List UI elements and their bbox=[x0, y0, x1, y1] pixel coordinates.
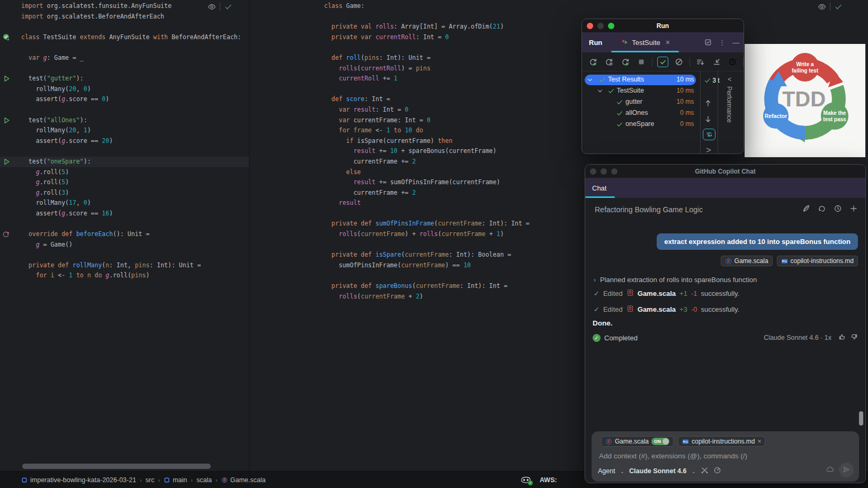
code-line[interactable]: private var currentRoll: Int = 0 bbox=[249, 32, 868, 43]
clock-icon[interactable] bbox=[727, 57, 738, 67]
test-tree-row[interactable]: gutter10 ms bbox=[582, 97, 700, 108]
aws-status-label[interactable]: AWS: bbox=[540, 476, 557, 484]
chat-input-placeholder[interactable]: Add context (#), extensions (@), command… bbox=[599, 452, 747, 460]
test-tree-row[interactable]: oneSpare0 ms bbox=[582, 119, 700, 130]
history-icon[interactable] bbox=[834, 204, 842, 214]
close-icon[interactable]: × bbox=[666, 38, 670, 47]
code-line[interactable]: private def rollMany(n: Int, pins: Int):… bbox=[0, 260, 249, 271]
code-line[interactable]: rollMany(20, 0) bbox=[0, 84, 249, 95]
run-gutter-icon[interactable] bbox=[3, 33, 11, 41]
ignore-icon[interactable] bbox=[673, 57, 684, 67]
code-line[interactable] bbox=[0, 250, 249, 260]
run-gutter-icon[interactable] bbox=[3, 116, 11, 124]
code-line[interactable] bbox=[0, 219, 249, 229]
code-line[interactable] bbox=[0, 22, 249, 32]
context-toggle-on[interactable]: ON bbox=[651, 438, 669, 445]
tools-icon[interactable] bbox=[701, 466, 709, 476]
context-chip-instructions[interactable]: copilot-instructions.md× bbox=[678, 436, 765, 447]
reference-chip[interactable]: copilot-instructions.md bbox=[777, 256, 858, 266]
breadcrumb-item[interactable]: scala bbox=[196, 476, 212, 484]
code-line[interactable]: for i <- 1 to n do g.roll(pins) bbox=[0, 270, 249, 281]
rerun-icon[interactable] bbox=[587, 57, 598, 67]
thumbs-up-icon[interactable] bbox=[838, 333, 846, 342]
run-gutter-icon[interactable] bbox=[3, 158, 11, 166]
chevron-right-icon[interactable]: > bbox=[706, 146, 717, 154]
chat-scrollbar[interactable] bbox=[859, 411, 863, 426]
code-line[interactable]: test("allOnes"): bbox=[0, 115, 249, 126]
analysis-check-icon[interactable] bbox=[834, 3, 843, 11]
kebab-menu-icon[interactable]: ⋮ bbox=[719, 39, 726, 47]
test-tree-row[interactable]: allOnes0 ms bbox=[582, 108, 700, 119]
chevron-down-icon[interactable] bbox=[586, 76, 594, 84]
code-line[interactable]: assert(g.score == 0) bbox=[0, 94, 249, 105]
send-button[interactable] bbox=[839, 463, 854, 477]
code-line[interactable] bbox=[0, 105, 249, 115]
dock-icon[interactable] bbox=[704, 39, 712, 46]
rerun-failed-icon[interactable] bbox=[620, 57, 631, 67]
import-icon[interactable] bbox=[711, 57, 722, 67]
code-line[interactable]: import org.scalatest.BeforeAndAfterEach bbox=[0, 12, 249, 22]
code-line[interactable]: private val rolls: Array[Int] = Array.of… bbox=[249, 22, 868, 32]
chat-window-titlebar[interactable]: GitHub Copilot Chat bbox=[585, 165, 865, 178]
copilot-status-icon[interactable]: ✓ bbox=[521, 476, 531, 484]
code-line[interactable]: var g: Game = _ bbox=[0, 53, 249, 64]
edited-file-name[interactable]: Game.scala bbox=[638, 290, 676, 297]
code-line[interactable]: g = Game() bbox=[0, 240, 249, 250]
code-line[interactable] bbox=[249, 12, 868, 22]
plan-collapsible-row[interactable]: › Planned extraction of rolls into spare… bbox=[594, 276, 757, 284]
editor-split-divider[interactable] bbox=[249, 0, 249, 471]
run-gutter-icon[interactable] bbox=[3, 75, 11, 83]
mode-dropdown[interactable]: Agent bbox=[598, 467, 615, 475]
code-line[interactable]: rollMany(20, 1) bbox=[0, 125, 249, 136]
run-window-titlebar[interactable]: Run bbox=[582, 19, 744, 32]
next-test-icon[interactable] bbox=[704, 115, 714, 124]
test-suite-editor-pane[interactable]: import org.scalatest.funsuite.AnyFunSuit… bbox=[0, 0, 249, 471]
breadcrumb-item[interactable]: main bbox=[164, 476, 187, 484]
analysis-check-icon[interactable] bbox=[224, 3, 232, 11]
test-tree-row[interactable]: TestSuite10 ms bbox=[582, 86, 700, 97]
code-line[interactable]: test("oneSpare"): bbox=[0, 157, 249, 167]
eye-icon[interactable] bbox=[818, 3, 826, 11]
tab-testsuite[interactable]: TestSuite × bbox=[621, 38, 670, 47]
feather-icon[interactable] bbox=[802, 204, 810, 214]
eye-icon[interactable] bbox=[208, 3, 216, 11]
horizontal-scrollbar[interactable] bbox=[22, 464, 211, 469]
test-tree-row[interactable]: Test Results10 ms bbox=[582, 75, 700, 86]
model-dropdown[interactable]: Claude Sonnet 4.6 bbox=[629, 467, 686, 475]
chat-input-box[interactable]: Game.scalaON copilot-instructions.md× Ad… bbox=[592, 431, 859, 482]
undo-icon[interactable] bbox=[818, 204, 826, 214]
code-line[interactable]: class TestSuite extends AnyFunSuite with… bbox=[0, 32, 249, 43]
code-line[interactable]: assert(g.score == 16) bbox=[0, 209, 249, 219]
chevron-down-icon[interactable] bbox=[596, 87, 604, 95]
breadcrumb-item[interactable]: Game.scala bbox=[221, 476, 266, 484]
thumbs-down-icon[interactable] bbox=[850, 333, 858, 342]
reference-chip[interactable]: Game.scala bbox=[721, 256, 773, 266]
code-line[interactable]: g.roll(5) bbox=[0, 177, 249, 188]
stop-icon[interactable] bbox=[636, 57, 647, 67]
edited-file-name[interactable]: Game.scala bbox=[638, 305, 676, 313]
breadcrumb-item[interactable]: imperative-bowling-kata-2026-03-21 bbox=[21, 476, 136, 484]
code-line[interactable]: assert(g.score == 20) bbox=[0, 136, 249, 147]
code-line[interactable]: rollMany(17, 0) bbox=[0, 198, 249, 209]
rerun-dim-icon[interactable] bbox=[603, 57, 614, 67]
code-line[interactable]: class Game: bbox=[249, 1, 868, 12]
track-running-test-icon[interactable] bbox=[703, 129, 715, 140]
context-chip-game-scala[interactable]: Game.scalaON bbox=[601, 436, 674, 447]
test-results-tree[interactable]: Test Results10 msTestSuite10 msgutter10 … bbox=[582, 71, 700, 154]
tab-chat[interactable]: Chat bbox=[592, 184, 606, 192]
code-line[interactable]: g.roll(5) bbox=[0, 167, 249, 178]
new-chat-icon[interactable] bbox=[849, 204, 858, 214]
code-line[interactable] bbox=[0, 64, 249, 74]
sort-icon[interactable] bbox=[695, 57, 706, 67]
tab-performance[interactable]: Performance bbox=[726, 86, 733, 123]
passed-icon[interactable] bbox=[657, 57, 669, 67]
code-line[interactable]: g.roll(3) bbox=[0, 188, 249, 198]
code-line[interactable]: test("gutter"): bbox=[0, 74, 249, 84]
usage-gauge-icon[interactable] bbox=[713, 466, 721, 476]
close-icon[interactable]: × bbox=[757, 438, 761, 445]
previous-test-icon[interactable] bbox=[704, 99, 714, 109]
code-line[interactable] bbox=[0, 42, 249, 53]
code-line[interactable]: override def beforeEach(): Unit = bbox=[0, 229, 249, 240]
minimize-icon[interactable]: — bbox=[732, 39, 739, 47]
breadcrumb-item[interactable]: src bbox=[146, 476, 155, 484]
